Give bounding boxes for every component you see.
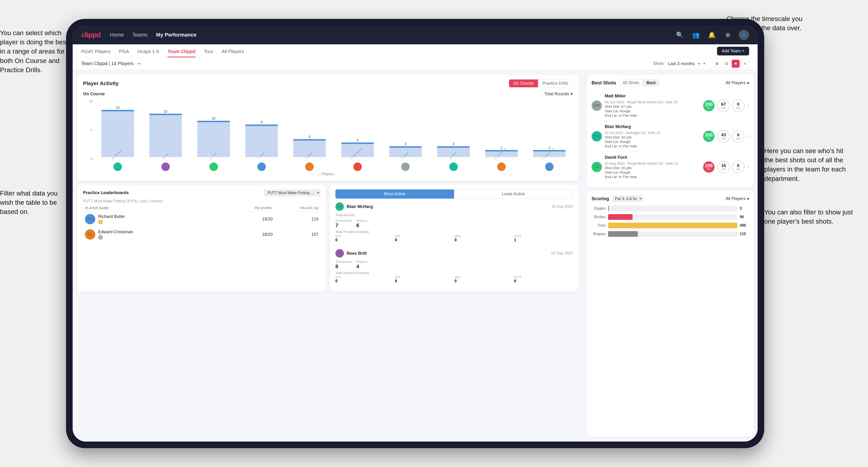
scoring-players-filter[interactable]: All Players ▾ [725,196,749,201]
avatar [545,162,554,171]
bogeys-fill [608,231,638,237]
bar[interactable] [149,114,182,157]
timescale-select[interactable]: Last 3 months Last 6 months Last 12 mont… [667,61,701,66]
birdies-value: 96 [740,215,749,219]
table-view-icon[interactable]: ⊟ [722,60,730,68]
most-active-btn[interactable]: Most Active [335,189,454,198]
shot-start-lie: Start Lie: Rough [605,170,700,174]
shot-item-1: MM Matt Miller 09 Jun 2023 · Royal North… [592,90,749,121]
chevron-right-icon[interactable]: › [747,164,749,170]
shot-player-name: Matt Miller [605,94,626,99]
grid-view-icon[interactable]: ⊞ [713,60,721,68]
stat-unit: yds [736,137,740,140]
col-pb-score: PB SCORE [225,206,272,210]
annotation-best-shots: Here you can see who's hit the best shot… [764,146,854,183]
eagles-label: Eagles [592,206,606,211]
nav-home[interactable]: Home [110,32,124,38]
practice-activities-label: Total Practice Activities [335,230,573,234]
list-view-icon[interactable]: ≡ [741,60,749,68]
shot-dist: Shot Dist: 67 yds [605,104,700,108]
stat-num: 0 [737,102,739,106]
practice-drills-toggle[interactable]: Practice Drills [538,80,572,87]
player-pb-score: 19/20 [230,217,273,222]
all-players-filter[interactable]: All Players ▾ [725,81,749,86]
all-shots-tab[interactable]: All Shots [619,79,643,87]
all-players-label: All Players [725,81,746,85]
col-pb-avg: PB AVG SQ [272,206,318,210]
scoring-header: Scoring Par 3, 4 & 5s All Players ▾ [592,195,749,202]
bar[interactable] [101,110,134,157]
subnav-pgat[interactable]: PGAT Players [81,49,111,57]
user-avatar[interactable]: 👤 [739,30,749,40]
shot-player-avatar: DF [592,162,602,172]
shot-stats: 43 yds 0 yds [717,130,745,143]
avatar [497,162,506,171]
active-player-1: BM Blair McHarg 26 Aug 2023 Total Rounds [335,203,573,242]
arg-label: ARG [455,235,513,238]
player-name: Richard Butler [98,214,227,219]
add-circle-icon[interactable]: ⊕ [723,30,733,40]
shot-player-name: Blair McHarg [605,124,631,129]
active-player-header: BM Blair McHarg 26 Aug 2023 [335,203,573,211]
shot-badge-label: SG [707,137,711,140]
player-info: Richard Butler 1 [98,214,227,224]
tournament-value: 7 [335,222,352,228]
subnav-team-clippd[interactable]: Team Clippd [167,49,195,57]
subnav-all-players[interactable]: All Players [222,49,244,57]
card-view-icon[interactable]: ♥ [732,60,740,68]
shot-badge: 200 SG [703,131,714,142]
active-player-header: RB Rees Britt 02 Sep 2023 [335,249,573,257]
bar[interactable] [245,125,278,157]
shot-player-avatar: MM [592,100,602,111]
stat-unit: yds [736,106,740,109]
gtt-label-2: GTT [335,276,394,279]
gtt-value: 0 [335,238,394,242]
nav-my-performance[interactable]: My Performance [156,32,196,38]
subnav-tour[interactable]: Tour [204,49,213,57]
best-tab[interactable]: Best [643,79,659,87]
shot-player-info: Matt Miller 09 Jun 2023 · Royal North De… [605,94,700,118]
sub-navigation: PGAT Players PGA Hcaps 1-5 Team Clippd T… [73,44,757,58]
edit-team-icon[interactable]: ✏ [137,61,141,66]
chart-filter-select[interactable]: Total Rounds ▾ [545,91,573,96]
shot-badge: 200 SG [703,100,714,111]
practice-stats-grid-2: GTT0 APP0 ARG0 PUTT0 [335,276,573,283]
avatar [161,162,170,171]
chevron-right-icon[interactable]: › [747,102,749,109]
practice-select[interactable]: PUTT Must Make Putting ... [264,189,320,196]
shot-dist: Shot Dist: 16 yds [605,166,700,170]
subnav-pga[interactable]: PGA [119,49,129,57]
least-active-btn[interactable]: Least Active [454,189,573,198]
shot-stat-dist: 16 yds [717,161,730,173]
bogeys-label: Bogeys [592,232,606,236]
shot-item-3: DF David Ford 24 Aug 2023 · Royal North … [592,152,749,182]
add-team-button[interactable]: Add Team + [717,47,749,55]
scoring-title: Scoring [592,196,609,201]
bar-group: 13B. McHarg [94,99,141,161]
bar-label-top: 9 [261,120,262,124]
bar-label-top: 3 [404,142,406,146]
player-avatar-sm [382,162,429,171]
nav-teams[interactable]: Teams [132,32,148,38]
bar-label-top: 4 [356,138,359,142]
users-icon[interactable]: 👥 [691,30,701,40]
bar[interactable] [197,121,230,157]
shot-player-meta: 09 Jun 2023 · Royal North Devon GC, Hole… [605,100,700,104]
bell-icon[interactable]: 🔔 [707,30,717,40]
player-row: RB Richard Butler 1 19/20 110 [83,211,320,227]
player-pb-avg: 110 [276,217,318,222]
chevron-right-icon[interactable]: › [747,133,749,139]
search-icon[interactable]: 🔍 [675,30,685,40]
subnav-hcaps[interactable]: Hcaps 1-5 [137,49,159,57]
nav-icons: 🔍 👥 🔔 ⊕ 👤 [675,30,749,40]
shots-tabs: All Shots Best [619,79,659,87]
scoring-filter-select[interactable]: Par 3, 4 & 5s [612,195,643,202]
player-avatar-sm [478,162,525,171]
on-course-toggle[interactable]: On Course [509,80,538,87]
bogeys-value: 115 [740,232,749,236]
annotation-filter-player: You can also filter to show just one pla… [764,208,854,226]
player-avatar: RB [85,214,95,224]
player-avatar-sm [190,162,237,171]
chart-subheader: On Course Total Rounds ▾ [83,91,573,96]
annotation-filter: Filter what data you wish the table to b… [0,189,66,217]
